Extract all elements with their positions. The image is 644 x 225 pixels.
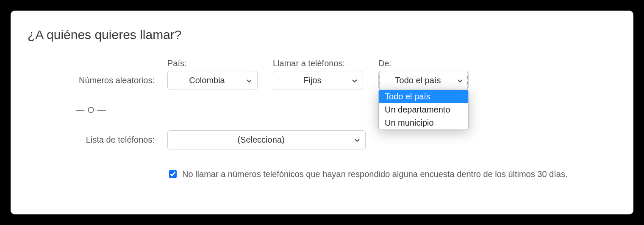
from-select[interactable]: Todo el país xyxy=(378,71,469,90)
phone-list-fields: (Selecciona) xyxy=(167,130,616,149)
divider xyxy=(28,50,616,50)
exclude-recent-row: No llamar a números telefónicos que haya… xyxy=(167,169,616,179)
phone-type-select-wrap: Fijos xyxy=(273,71,363,90)
country-select-wrap: Colombia xyxy=(167,71,258,90)
country-select[interactable]: Colombia xyxy=(167,71,258,90)
page-title: ¿A quiénes quieres llamar? xyxy=(28,28,616,42)
phone-list-select[interactable]: (Selecciona) xyxy=(167,130,366,149)
from-select-wrap: Todo el país Todo el paísUn departamento… xyxy=(378,71,469,90)
random-numbers-label: Números aleatorios: xyxy=(28,64,155,85)
from-dropdown: Todo el paísUn departamentoUn municipio xyxy=(378,90,469,130)
phone-type-group: Llamar a teléfonos: Fijos xyxy=(273,59,363,90)
country-group: País: Colombia xyxy=(167,59,258,90)
exclude-recent-checkbox[interactable] xyxy=(169,170,177,178)
from-option[interactable]: Un departamento xyxy=(379,103,468,116)
from-option[interactable]: Todo el país xyxy=(379,90,468,103)
phone-type-label: Llamar a teléfonos: xyxy=(273,59,363,68)
random-numbers-fields: País: Colombia Llamar a teléfonos: Fijos xyxy=(167,59,616,90)
from-group: De: Todo el país Todo el paísUn departam… xyxy=(378,59,469,90)
or-separator: — O — xyxy=(28,97,155,124)
form-panel: ¿A quiénes quieres llamar? Números aleat… xyxy=(11,11,633,214)
phone-list-select-wrap: (Selecciona) xyxy=(167,130,366,149)
phone-list-label: Lista de teléfonos: xyxy=(28,135,155,145)
from-label: De: xyxy=(378,59,469,68)
exclude-recent-label[interactable]: No llamar a números telefónicos que haya… xyxy=(182,169,567,179)
country-label: País: xyxy=(167,59,258,68)
form-grid: Números aleatorios: País: Colombia Llama… xyxy=(28,59,616,179)
from-option[interactable]: Un municipio xyxy=(379,116,468,129)
phone-type-select[interactable]: Fijos xyxy=(273,71,363,90)
